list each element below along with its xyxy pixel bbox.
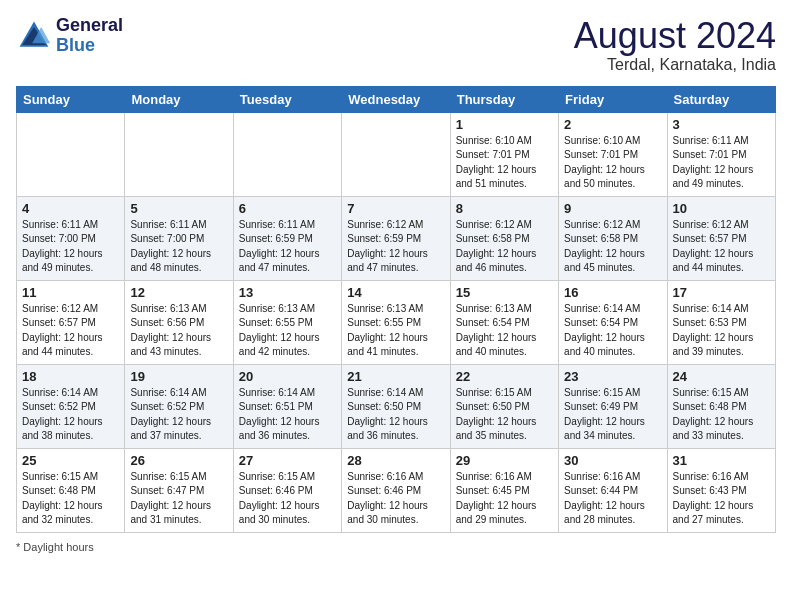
- day-content: Sunrise: 6:11 AM Sunset: 7:00 PM Dayligh…: [22, 218, 119, 276]
- day-content: Sunrise: 6:13 AM Sunset: 6:54 PM Dayligh…: [456, 302, 553, 360]
- page-header: General Blue August 2024 Terdal, Karnata…: [16, 16, 776, 74]
- logo-icon: [16, 18, 52, 54]
- calendar-cell: 25Sunrise: 6:15 AM Sunset: 6:48 PM Dayli…: [17, 448, 125, 532]
- calendar: SundayMondayTuesdayWednesdayThursdayFrid…: [16, 86, 776, 533]
- calendar-cell: 31Sunrise: 6:16 AM Sunset: 6:43 PM Dayli…: [667, 448, 775, 532]
- day-number: 31: [673, 453, 770, 468]
- day-number: 13: [239, 285, 336, 300]
- day-number: 29: [456, 453, 553, 468]
- calendar-cell: 8Sunrise: 6:12 AM Sunset: 6:58 PM Daylig…: [450, 196, 558, 280]
- logo-line1: General: [56, 16, 123, 36]
- day-content: Sunrise: 6:12 AM Sunset: 6:58 PM Dayligh…: [564, 218, 661, 276]
- logo: General Blue: [16, 16, 123, 56]
- day-number: 28: [347, 453, 444, 468]
- day-number: 2: [564, 117, 661, 132]
- day-number: 27: [239, 453, 336, 468]
- day-number: 1: [456, 117, 553, 132]
- month-title: August 2024: [574, 16, 776, 56]
- day-number: 30: [564, 453, 661, 468]
- calendar-cell: 22Sunrise: 6:15 AM Sunset: 6:50 PM Dayli…: [450, 364, 558, 448]
- calendar-cell: 24Sunrise: 6:15 AM Sunset: 6:48 PM Dayli…: [667, 364, 775, 448]
- day-number: 16: [564, 285, 661, 300]
- calendar-cell: 5Sunrise: 6:11 AM Sunset: 7:00 PM Daylig…: [125, 196, 233, 280]
- day-content: Sunrise: 6:16 AM Sunset: 6:44 PM Dayligh…: [564, 470, 661, 528]
- day-number: 8: [456, 201, 553, 216]
- calendar-cell: 3Sunrise: 6:11 AM Sunset: 7:01 PM Daylig…: [667, 112, 775, 196]
- day-content: Sunrise: 6:12 AM Sunset: 6:57 PM Dayligh…: [22, 302, 119, 360]
- weekday-header: Friday: [559, 86, 667, 112]
- day-content: Sunrise: 6:16 AM Sunset: 6:46 PM Dayligh…: [347, 470, 444, 528]
- day-content: Sunrise: 6:12 AM Sunset: 6:58 PM Dayligh…: [456, 218, 553, 276]
- day-number: 24: [673, 369, 770, 384]
- calendar-cell: 28Sunrise: 6:16 AM Sunset: 6:46 PM Dayli…: [342, 448, 450, 532]
- day-content: Sunrise: 6:16 AM Sunset: 6:43 PM Dayligh…: [673, 470, 770, 528]
- weekday-header: Saturday: [667, 86, 775, 112]
- title-block: August 2024 Terdal, Karnataka, India: [574, 16, 776, 74]
- calendar-cell: 13Sunrise: 6:13 AM Sunset: 6:55 PM Dayli…: [233, 280, 341, 364]
- calendar-cell: 17Sunrise: 6:14 AM Sunset: 6:53 PM Dayli…: [667, 280, 775, 364]
- calendar-cell: 14Sunrise: 6:13 AM Sunset: 6:55 PM Dayli…: [342, 280, 450, 364]
- calendar-cell: 9Sunrise: 6:12 AM Sunset: 6:58 PM Daylig…: [559, 196, 667, 280]
- day-content: Sunrise: 6:13 AM Sunset: 6:56 PM Dayligh…: [130, 302, 227, 360]
- calendar-cell: 30Sunrise: 6:16 AM Sunset: 6:44 PM Dayli…: [559, 448, 667, 532]
- day-number: 18: [22, 369, 119, 384]
- footer-note: * Daylight hours: [16, 541, 776, 553]
- calendar-cell: 4Sunrise: 6:11 AM Sunset: 7:00 PM Daylig…: [17, 196, 125, 280]
- day-number: 3: [673, 117, 770, 132]
- day-content: Sunrise: 6:11 AM Sunset: 7:00 PM Dayligh…: [130, 218, 227, 276]
- calendar-cell: [233, 112, 341, 196]
- calendar-cell: 7Sunrise: 6:12 AM Sunset: 6:59 PM Daylig…: [342, 196, 450, 280]
- calendar-cell: 27Sunrise: 6:15 AM Sunset: 6:46 PM Dayli…: [233, 448, 341, 532]
- calendar-cell: 12Sunrise: 6:13 AM Sunset: 6:56 PM Dayli…: [125, 280, 233, 364]
- day-content: Sunrise: 6:14 AM Sunset: 6:52 PM Dayligh…: [130, 386, 227, 444]
- weekday-header: Monday: [125, 86, 233, 112]
- calendar-cell: [125, 112, 233, 196]
- calendar-cell: 6Sunrise: 6:11 AM Sunset: 6:59 PM Daylig…: [233, 196, 341, 280]
- day-content: Sunrise: 6:11 AM Sunset: 7:01 PM Dayligh…: [673, 134, 770, 192]
- day-number: 19: [130, 369, 227, 384]
- day-number: 20: [239, 369, 336, 384]
- day-number: 14: [347, 285, 444, 300]
- day-content: Sunrise: 6:15 AM Sunset: 6:46 PM Dayligh…: [239, 470, 336, 528]
- day-number: 5: [130, 201, 227, 216]
- weekday-header: Thursday: [450, 86, 558, 112]
- calendar-cell: 10Sunrise: 6:12 AM Sunset: 6:57 PM Dayli…: [667, 196, 775, 280]
- day-number: 7: [347, 201, 444, 216]
- day-number: 4: [22, 201, 119, 216]
- day-content: Sunrise: 6:12 AM Sunset: 6:59 PM Dayligh…: [347, 218, 444, 276]
- day-content: Sunrise: 6:11 AM Sunset: 6:59 PM Dayligh…: [239, 218, 336, 276]
- weekday-header: Sunday: [17, 86, 125, 112]
- weekday-header: Tuesday: [233, 86, 341, 112]
- location: Terdal, Karnataka, India: [574, 56, 776, 74]
- logo-text: General Blue: [56, 16, 123, 56]
- calendar-cell: 16Sunrise: 6:14 AM Sunset: 6:54 PM Dayli…: [559, 280, 667, 364]
- day-content: Sunrise: 6:10 AM Sunset: 7:01 PM Dayligh…: [564, 134, 661, 192]
- day-number: 26: [130, 453, 227, 468]
- calendar-cell: 11Sunrise: 6:12 AM Sunset: 6:57 PM Dayli…: [17, 280, 125, 364]
- footer-label: Daylight hours: [23, 541, 93, 553]
- day-content: Sunrise: 6:16 AM Sunset: 6:45 PM Dayligh…: [456, 470, 553, 528]
- calendar-cell: 15Sunrise: 6:13 AM Sunset: 6:54 PM Dayli…: [450, 280, 558, 364]
- calendar-cell: 19Sunrise: 6:14 AM Sunset: 6:52 PM Dayli…: [125, 364, 233, 448]
- day-content: Sunrise: 6:14 AM Sunset: 6:50 PM Dayligh…: [347, 386, 444, 444]
- calendar-cell: 20Sunrise: 6:14 AM Sunset: 6:51 PM Dayli…: [233, 364, 341, 448]
- day-number: 23: [564, 369, 661, 384]
- day-number: 22: [456, 369, 553, 384]
- calendar-cell: 26Sunrise: 6:15 AM Sunset: 6:47 PM Dayli…: [125, 448, 233, 532]
- day-number: 9: [564, 201, 661, 216]
- day-content: Sunrise: 6:13 AM Sunset: 6:55 PM Dayligh…: [239, 302, 336, 360]
- calendar-cell: [342, 112, 450, 196]
- day-number: 21: [347, 369, 444, 384]
- day-content: Sunrise: 6:14 AM Sunset: 6:51 PM Dayligh…: [239, 386, 336, 444]
- day-content: Sunrise: 6:15 AM Sunset: 6:48 PM Dayligh…: [22, 470, 119, 528]
- logo-line2: Blue: [56, 35, 95, 55]
- day-number: 6: [239, 201, 336, 216]
- day-number: 12: [130, 285, 227, 300]
- day-number: 15: [456, 285, 553, 300]
- calendar-cell: 1Sunrise: 6:10 AM Sunset: 7:01 PM Daylig…: [450, 112, 558, 196]
- calendar-cell: 2Sunrise: 6:10 AM Sunset: 7:01 PM Daylig…: [559, 112, 667, 196]
- day-content: Sunrise: 6:10 AM Sunset: 7:01 PM Dayligh…: [456, 134, 553, 192]
- day-content: Sunrise: 6:15 AM Sunset: 6:49 PM Dayligh…: [564, 386, 661, 444]
- calendar-cell: 23Sunrise: 6:15 AM Sunset: 6:49 PM Dayli…: [559, 364, 667, 448]
- day-number: 17: [673, 285, 770, 300]
